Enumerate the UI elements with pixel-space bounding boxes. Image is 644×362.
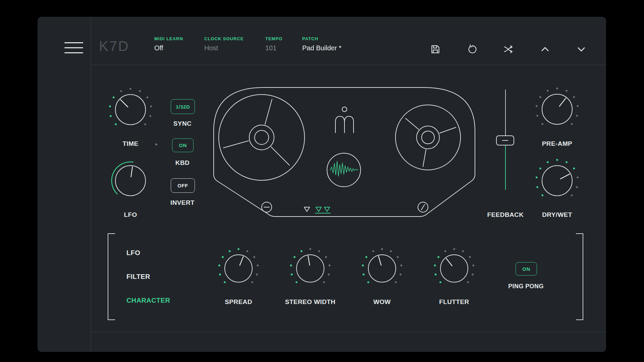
section-bracket-right [576, 233, 583, 320]
dry-wet-knob[interactable] [532, 156, 582, 207]
triangle-green-1 [316, 207, 321, 212]
patch-value[interactable]: Pad Builder * [302, 44, 341, 52]
tempo-value[interactable]: 101 [265, 44, 282, 52]
tape-deck [205, 80, 484, 225]
wow-label: WOW [345, 298, 419, 306]
clock-source-field: CLOCK SOURCE Host [204, 36, 244, 52]
invert-button[interactable]: OFF [171, 178, 195, 193]
ping-pong-button[interactable]: ON [516, 262, 537, 276]
midi-learn-value[interactable]: Off [154, 44, 183, 52]
kbd-button[interactable]: ON [172, 138, 194, 152]
tab-character[interactable]: CHARACTER [126, 297, 170, 304]
tab-lfo[interactable]: LFO [126, 249, 140, 257]
screw-minus-icon [262, 202, 272, 212]
plugin-window: K7D MIDI LEARN Off CLOCK SOURCE Host TEM… [38, 17, 606, 352]
patch-label: PATCH [302, 36, 341, 41]
expand-icon[interactable] [576, 44, 587, 55]
lfo-knob-label: LFO [94, 211, 167, 219]
time-indicator-dot [155, 143, 157, 145]
left-reel [219, 95, 305, 180]
stereo-width-label: STEREO WIDTH [273, 298, 347, 306]
tempo-label: TEMPO [265, 36, 282, 41]
right-reel [395, 105, 461, 170]
menu-icon[interactable] [64, 42, 83, 55]
stereo-width-knob[interactable] [287, 245, 334, 293]
midi-learn-label: MIDI LEARN [154, 36, 183, 41]
screw-slash-icon [418, 202, 428, 212]
flutter-label: FLUTTER [417, 298, 491, 306]
spread-knob[interactable] [215, 245, 262, 293]
footer-divider [91, 332, 606, 332]
triangle-indicators[interactable] [304, 207, 330, 213]
triangle-white [304, 207, 310, 212]
app-logo: K7D [99, 38, 129, 54]
wow-knob[interactable] [359, 245, 406, 293]
waveform [330, 161, 358, 176]
sync-button[interactable]: 1/32D [171, 99, 195, 114]
spread-label: SPREAD [202, 298, 275, 306]
feedback-slider-handle[interactable] [496, 135, 514, 145]
tempo-field: TEMPO 101 [265, 36, 282, 52]
ping-pong-label: PING PONG [489, 283, 563, 290]
undo-icon[interactable] [466, 44, 478, 55]
midi-learn-field: MIDI LEARN Off [154, 36, 183, 52]
randomize-icon[interactable] [502, 44, 514, 55]
pre-amp-knob[interactable] [532, 84, 582, 136]
header-divider [91, 65, 606, 65]
sidebar-divider [91, 17, 91, 352]
clock-source-value[interactable]: Host [204, 44, 244, 52]
waveform-scope [327, 153, 361, 187]
save-icon[interactable] [430, 44, 441, 55]
clock-source-label: CLOCK SOURCE [204, 36, 244, 41]
triangle-green-2 [324, 207, 330, 212]
feedback-track-lower[interactable] [505, 145, 506, 190]
section-bracket-left [108, 233, 115, 320]
brand-logo-icon [335, 107, 354, 133]
time-knob[interactable] [105, 84, 156, 136]
tab-filter[interactable]: FILTER [126, 273, 150, 281]
flutter-knob[interactable] [431, 245, 478, 293]
lfo-knob[interactable] [105, 156, 156, 207]
dry-wet-label: DRY/WET [520, 211, 594, 219]
feedback-track-upper[interactable] [505, 89, 506, 135]
patch-field: PATCH Pad Builder * [302, 36, 341, 52]
collapse-icon[interactable] [539, 44, 551, 55]
pre-amp-label: PRE-AMP [520, 140, 594, 147]
